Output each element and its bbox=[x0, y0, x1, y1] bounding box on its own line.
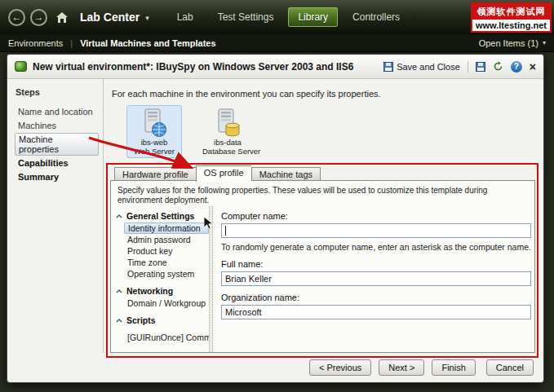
breadcrumb-bar: Environments | Virtual Machines and Temp… bbox=[0, 34, 554, 52]
organization-name-input[interactable] bbox=[221, 305, 531, 319]
dialog-header: New virtual environment*: IBuySpy on Win… bbox=[7, 55, 543, 79]
watermark: 领测软件测试网 www.ltesting.net bbox=[471, 2, 552, 33]
organization-group: Organization name: bbox=[221, 293, 531, 319]
tree-item-domain-workgroup[interactable]: Domain / Workgroup bbox=[124, 297, 209, 309]
computer-name-wrap bbox=[221, 223, 531, 238]
tree-group-scripts[interactable]: Scripts bbox=[116, 314, 209, 327]
environment-icon bbox=[15, 61, 27, 72]
steps-sidebar: Steps Name and location Machines Machine… bbox=[7, 79, 104, 353]
open-items-button[interactable]: Open Items (1) ▾ bbox=[479, 38, 546, 48]
machines-instruction: For each machine in the environment you … bbox=[112, 89, 543, 99]
tree-group-label: General Settings bbox=[126, 211, 194, 221]
machine-role: Web Server bbox=[129, 147, 179, 156]
os-profile-panel: Specify values for the following propert… bbox=[110, 180, 535, 353]
database-server-icon bbox=[202, 108, 253, 138]
previous-button[interactable]: < Previous bbox=[309, 359, 371, 376]
divider bbox=[468, 61, 468, 73]
tab-library[interactable]: Library bbox=[288, 7, 338, 27]
save-icon bbox=[383, 62, 393, 72]
step-capabilities[interactable]: Capabilities bbox=[15, 156, 99, 170]
app-title: Lab Center bbox=[80, 11, 140, 24]
tree-group-general-settings[interactable]: General Settings bbox=[116, 209, 209, 222]
dialog-body: Steps Name and location Machines Machine… bbox=[7, 79, 543, 353]
tree-group-networking[interactable]: Networking bbox=[116, 284, 209, 297]
breadcrumb-separator: | bbox=[70, 38, 73, 48]
tree-item-admin-password[interactable]: Admin password bbox=[124, 234, 209, 245]
step-summary[interactable]: Summary bbox=[15, 170, 99, 183]
machine-name: ibs-web bbox=[129, 138, 179, 147]
machine-ibs-web[interactable]: ibs-web Web Server bbox=[126, 105, 182, 158]
open-items-label: Open Items (1) bbox=[479, 38, 538, 48]
save-and-close-label: Save and Close bbox=[397, 62, 460, 72]
top-tabs: Lab Test Settings Library Controllers bbox=[167, 7, 410, 27]
tab-test-settings[interactable]: Test Settings bbox=[208, 7, 284, 27]
machine-name: ibs-data bbox=[202, 138, 253, 147]
computer-name-label: Computer name: bbox=[221, 211, 531, 221]
step-machine-properties[interactable]: Machine properties bbox=[15, 133, 99, 156]
step-name-and-location[interactable]: Name and location bbox=[15, 105, 99, 118]
refresh-icon[interactable] bbox=[493, 61, 503, 72]
screen: ← → Lab Center ▾ Lab Test Settings Libra… bbox=[0, 0, 554, 392]
app-title-dropdown-icon[interactable]: ▾ bbox=[145, 14, 149, 22]
os-profile-columns: General Settings Identity information Ad… bbox=[111, 206, 534, 352]
os-profile-instruction: Specify values for the following propert… bbox=[111, 181, 534, 205]
tree-item-product-key[interactable]: Product key bbox=[124, 245, 209, 257]
chevron-up-icon bbox=[116, 214, 122, 218]
computer-name-hint: To randomly generate a computer name, en… bbox=[221, 242, 531, 252]
dialog-title: New virtual environment*: IBuySpy on Win… bbox=[33, 61, 353, 73]
save-icon[interactable] bbox=[476, 62, 485, 72]
full-name-input[interactable] bbox=[221, 271, 531, 286]
chevron-up-icon bbox=[116, 319, 122, 323]
chevron-up-icon bbox=[116, 289, 122, 293]
machine-properties-area: Hardware profile OS profile Machine tags… bbox=[110, 165, 535, 353]
watermark-line1: 领测软件测试网 bbox=[472, 4, 550, 20]
tab-os-profile[interactable]: OS profile bbox=[196, 165, 251, 182]
full-name-label: Full name: bbox=[221, 259, 531, 269]
tree-group-label: Networking bbox=[126, 286, 173, 296]
machines-list: ibs-web Web Server bbox=[126, 105, 543, 158]
tree-item-time-zone[interactable]: Time zone bbox=[124, 257, 209, 268]
machine-role: Database Server bbox=[202, 147, 253, 156]
dialog-header-actions: Save and Close ? × bbox=[383, 61, 536, 73]
breadcrumb-vms-templates[interactable]: Virtual Machines and Templates bbox=[80, 38, 215, 48]
tab-controllers[interactable]: Controllers bbox=[343, 7, 410, 27]
tree-item-guirunonce-commands[interactable]: [GUIRunOnce] Commands bbox=[124, 332, 209, 343]
full-name-group: Full name: bbox=[221, 259, 531, 286]
chevron-down-icon: ▾ bbox=[543, 39, 546, 46]
watermark-line2: www.ltesting.net bbox=[472, 20, 550, 31]
breadcrumb-environments[interactable]: Environments bbox=[8, 38, 63, 48]
tree-item-identity-information[interactable]: Identity information bbox=[124, 222, 209, 234]
dialog-footer: < Previous Next > Finish Cancel bbox=[7, 353, 543, 382]
home-icon[interactable] bbox=[55, 11, 69, 24]
new-virtual-environment-dialog: New virtual environment*: IBuySpy on Win… bbox=[7, 54, 544, 383]
close-icon[interactable]: × bbox=[530, 61, 536, 73]
step-machines[interactable]: Machines bbox=[15, 119, 99, 132]
web-server-icon bbox=[129, 108, 179, 138]
tab-lab[interactable]: Lab bbox=[167, 7, 203, 27]
text-caret bbox=[225, 226, 226, 236]
organization-name-label: Organization name: bbox=[221, 293, 531, 302]
dialog-content: For each machine in the environment you … bbox=[104, 79, 543, 353]
identity-information-form: Computer name: To randomly generate a co… bbox=[213, 206, 541, 352]
next-button[interactable]: Next > bbox=[379, 359, 424, 376]
tree-item-operating-system[interactable]: Operating system bbox=[124, 268, 209, 280]
steps-header: Steps bbox=[7, 87, 103, 104]
back-icon[interactable]: ← bbox=[8, 9, 25, 26]
finish-button[interactable]: Finish bbox=[432, 359, 475, 376]
machine-ibs-data[interactable]: ibs-data Database Server bbox=[200, 105, 255, 158]
forward-icon[interactable]: → bbox=[30, 9, 47, 26]
settings-tree: General Settings Identity information Ad… bbox=[111, 206, 209, 352]
profile-tabs: Hardware profile OS profile Machine tags bbox=[114, 165, 535, 181]
computer-name-input[interactable] bbox=[221, 223, 531, 238]
help-icon[interactable]: ? bbox=[511, 61, 522, 73]
tab-machine-tags[interactable]: Machine tags bbox=[251, 167, 321, 181]
cancel-button[interactable]: Cancel bbox=[486, 359, 534, 376]
save-and-close-button[interactable]: Save and Close bbox=[383, 62, 460, 72]
tab-hardware-profile[interactable]: Hardware profile bbox=[114, 167, 196, 181]
tree-group-label: Scripts bbox=[126, 315, 156, 325]
